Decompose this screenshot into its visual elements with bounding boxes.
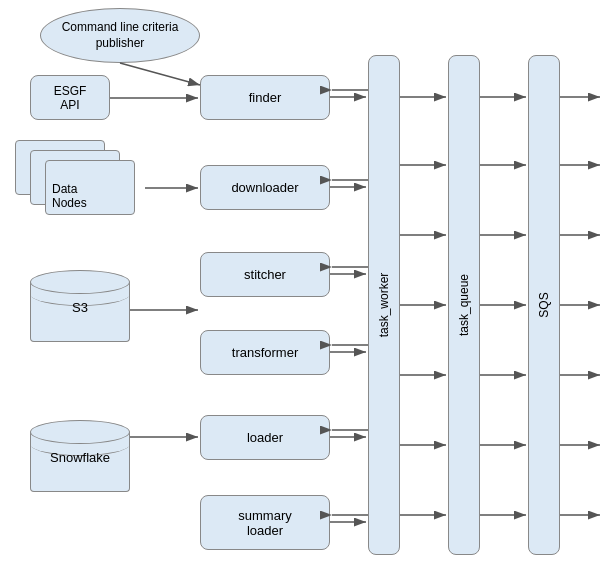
box-loader: loader [200, 415, 330, 460]
snowflake-cylinder: Snowflake [30, 420, 130, 500]
box-transformer: transformer [200, 330, 330, 375]
box-esgf: ESGFAPI [30, 75, 110, 120]
diagram: Command line criteria publisher ESGFAPI … [0, 0, 615, 570]
sqs-label: SQS [537, 292, 551, 317]
snowflake-label: Snowflake [30, 450, 130, 465]
ellipse-cmd: Command line criteria publisher [40, 8, 200, 63]
box-stitcher: stitcher [200, 252, 330, 297]
data-nodes-label: DataNodes [52, 182, 87, 210]
bar-sqs: SQS [528, 55, 560, 555]
data-paper-3: DataNodes [45, 160, 135, 215]
snowflake-top [30, 420, 130, 444]
box-downloader: downloader [200, 165, 330, 210]
s3-cylinder: S3 [30, 270, 130, 350]
data-nodes-group: DataNodes [15, 140, 145, 230]
ellipse-cmd-label: Command line criteria publisher [41, 20, 199, 51]
task-queue-label: task_queue [457, 274, 471, 336]
box-summary-loader: summaryloader [200, 495, 330, 550]
esgf-label: ESGFAPI [54, 84, 87, 112]
s3-label: S3 [30, 300, 130, 315]
bar-task-worker: task_worker [368, 55, 400, 555]
bar-task-queue: task_queue [448, 55, 480, 555]
task-worker-label: task_worker [377, 273, 391, 338]
svg-line-39 [120, 63, 200, 85]
s3-top [30, 270, 130, 294]
box-finder: finder [200, 75, 330, 120]
